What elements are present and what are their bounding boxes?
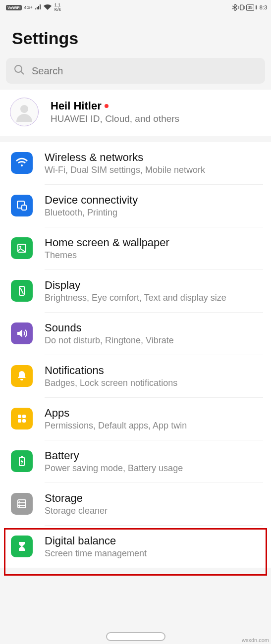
svg-point-21	[19, 506, 20, 507]
svg-rect-11	[22, 415, 26, 418]
svg-line-2	[21, 71, 24, 74]
item-title: Apps	[45, 407, 263, 420]
digital-balance-icon	[11, 536, 33, 557]
item-title: Sounds	[45, 322, 263, 334]
gesture-nav-pill[interactable]	[106, 632, 165, 641]
list-item-wireless[interactable]: Wireless & networks Wi-Fi, Dual SIM sett…	[0, 142, 271, 185]
item-subtitle: Wi-Fi, Dual SIM settings, Mobile network	[45, 165, 263, 175]
item-title: Storage	[45, 492, 263, 505]
item-subtitle: Badges, Lock screen notifications	[45, 378, 263, 388]
item-subtitle: Screen time management	[45, 548, 263, 559]
wallpaper-icon	[11, 237, 33, 259]
notification-icon	[11, 365, 33, 387]
wifi-status-icon	[44, 4, 52, 10]
network-4g-icon: 4G+	[24, 5, 32, 10]
item-subtitle: Storage cleaner	[45, 506, 263, 516]
network-speed: 1.1 K/s	[54, 3, 61, 12]
list-item-sounds[interactable]: Sounds Do not disturb, Ringtone, Vibrate	[0, 313, 271, 355]
speed-unit: K/s	[54, 7, 61, 12]
item-title: Battery	[45, 449, 263, 462]
item-title: Notifications	[45, 364, 263, 377]
item-title: Home screen & wallpaper	[45, 236, 263, 249]
list-item-apps[interactable]: Apps Permissions, Default apps, App twin	[0, 398, 271, 440]
svg-point-20	[19, 504, 20, 505]
svg-point-3	[20, 105, 28, 113]
svg-point-1	[15, 65, 22, 72]
svg-point-7	[19, 246, 21, 248]
settings-list: Wireless & networks Wi-Fi, Dual SIM sett…	[0, 142, 271, 568]
svg-rect-10	[18, 415, 21, 418]
status-right: 35 8:3	[232, 4, 267, 11]
svg-rect-12	[18, 419, 21, 423]
item-subtitle: Brightness, Eye comfort, Text and displa…	[45, 293, 263, 303]
battery-indicator: 35	[246, 4, 254, 11]
list-item-display[interactable]: Display Brightness, Eye comfort, Text an…	[0, 270, 271, 313]
storage-icon	[11, 493, 33, 515]
sound-icon	[11, 322, 33, 344]
list-item-digital-balance[interactable]: Digital balance Screen time management	[0, 526, 271, 568]
item-subtitle: Permissions, Default apps, App twin	[45, 421, 263, 431]
search-input[interactable]	[32, 65, 257, 77]
item-subtitle: Bluetooth, Printing	[45, 208, 263, 218]
page-title: Settings	[0, 14, 271, 58]
svg-rect-0	[240, 5, 243, 10]
apps-icon	[11, 408, 33, 429]
status-bar: VoWiFi 4G+ 1.1 K/s 35 8:3	[0, 0, 271, 14]
item-title: Display	[45, 279, 263, 292]
item-subtitle: Do not disturb, Ringtone, Vibrate	[45, 335, 263, 346]
account-name-row: Heil Hitler	[51, 100, 179, 112]
watermark: wsxdn.com	[242, 637, 269, 643]
svg-rect-5	[22, 205, 26, 210]
battery-icon	[11, 450, 33, 472]
status-left: VoWiFi 4G+ 1.1 K/s	[6, 3, 61, 12]
account-subtitle: HUAWEI ID, Cloud, and others	[51, 113, 179, 124]
notification-dot-icon	[105, 104, 108, 108]
item-subtitle: Power saving mode, Battery usage	[45, 463, 263, 474]
list-item-wallpaper[interactable]: Home screen & wallpaper Themes	[0, 227, 271, 270]
wifi-icon	[11, 152, 33, 174]
item-subtitle: Themes	[45, 250, 263, 261]
svg-rect-13	[22, 419, 26, 423]
device-connectivity-icon	[11, 195, 33, 216]
account-row[interactable]: Heil Hitler HUAWEI ID, Cloud, and others	[0, 90, 271, 136]
signal-icon	[35, 4, 42, 10]
avatar	[10, 98, 39, 126]
display-icon	[11, 280, 33, 302]
item-title: Digital balance	[45, 535, 263, 547]
battery-tip	[256, 5, 257, 9]
vibrate-icon	[238, 4, 245, 11]
list-item-storage[interactable]: Storage Storage cleaner	[0, 483, 271, 526]
search-bar[interactable]	[6, 58, 265, 84]
item-title: Wireless & networks	[45, 151, 263, 164]
svg-point-19	[19, 501, 20, 502]
search-icon	[14, 64, 25, 77]
bluetooth-icon	[232, 4, 237, 11]
list-item-device-connectivity[interactable]: Device connectivity Bluetooth, Printing	[0, 185, 271, 227]
svg-rect-15	[21, 456, 23, 457]
clock: 8:3	[260, 4, 267, 10]
svg-line-9	[20, 288, 23, 294]
item-title: Device connectivity	[45, 194, 263, 207]
list-item-notifications[interactable]: Notifications Badges, Lock screen notifi…	[0, 355, 271, 398]
list-item-battery[interactable]: Battery Power saving mode, Battery usage	[0, 440, 271, 483]
account-name: Heil Hitler	[51, 100, 102, 112]
vowifi-badge: VoWiFi	[6, 5, 22, 10]
account-text: Heil Hitler HUAWEI ID, Cloud, and others	[51, 100, 179, 124]
